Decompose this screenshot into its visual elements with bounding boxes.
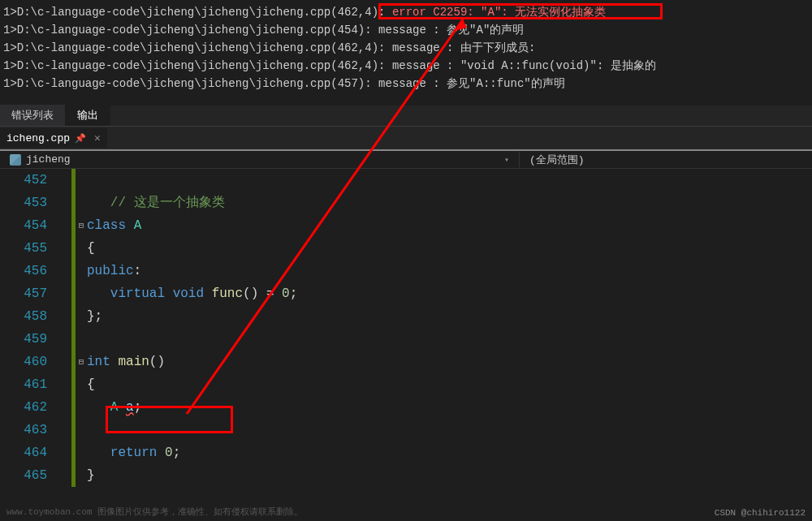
fold-toggle[interactable]: ⊟ bbox=[76, 351, 87, 373]
code-line[interactable]: A a; bbox=[87, 396, 812, 419]
line-number: 452 bbox=[0, 169, 47, 192]
line-number: 461 bbox=[0, 373, 47, 396]
code-line[interactable]: }; bbox=[87, 305, 812, 328]
watermark-left: www.toymoban.com 图像图片仅供参考，准确性、如有侵权请联系删除。 bbox=[6, 506, 303, 518]
breadcrumb-bar: jicheng ▾ (全局范围) bbox=[0, 149, 812, 169]
code-line[interactable] bbox=[87, 169, 812, 192]
breadcrumb-scope-label: (全局范围) bbox=[529, 153, 585, 167]
output-line: 1>D:\c-language-code\jicheng\jicheng\jic… bbox=[0, 39, 812, 57]
code-line[interactable]: return 0; bbox=[87, 441, 812, 464]
code-line[interactable]: { bbox=[87, 237, 812, 260]
fold-toggle bbox=[76, 464, 87, 487]
fold-toggle bbox=[76, 441, 87, 464]
line-number: 465 bbox=[0, 464, 47, 487]
code-line[interactable]: } bbox=[87, 464, 812, 487]
pin-icon[interactable]: 📌 bbox=[75, 133, 86, 144]
fold-toggle bbox=[76, 305, 87, 328]
line-number: 459 bbox=[0, 328, 47, 351]
marker-margin bbox=[57, 169, 71, 521]
build-output-panel: 1>D:\c-language-code\jicheng\jicheng\jic… bbox=[0, 0, 812, 105]
code-line[interactable]: class A bbox=[87, 214, 812, 237]
tab-output[interactable]: 输出 bbox=[66, 105, 110, 126]
close-icon[interactable]: ✕ bbox=[94, 131, 101, 144]
line-number-gutter: 4524534544554564574584594604614624634644… bbox=[0, 169, 57, 521]
line-number: 453 bbox=[0, 192, 47, 214]
line-number: 457 bbox=[0, 282, 47, 305]
fold-toggle bbox=[76, 260, 87, 282]
fold-toggle[interactable]: ⊟ bbox=[76, 214, 87, 237]
fold-toggle bbox=[76, 192, 87, 214]
fold-toggle bbox=[76, 373, 87, 396]
code-editor[interactable]: 4524534544554564574584594604614624634644… bbox=[0, 169, 812, 521]
code-line[interactable] bbox=[87, 328, 812, 351]
line-number: 462 bbox=[0, 396, 47, 419]
code-line[interactable]: public: bbox=[87, 260, 812, 282]
output-prefix: 1>D:\c-language-code\jicheng\jicheng\jic… bbox=[3, 6, 392, 19]
line-number: 458 bbox=[0, 305, 47, 328]
code-line[interactable]: virtual void func() = 0; bbox=[87, 282, 812, 305]
output-error: error C2259: "A": 无法实例化抽象类 bbox=[392, 6, 606, 19]
code-line[interactable]: { bbox=[87, 373, 812, 396]
chevron-down-icon: ▾ bbox=[504, 155, 509, 165]
line-number: 454 bbox=[0, 214, 47, 237]
output-line: 1>D:\c-language-code\jicheng\jicheng\jic… bbox=[0, 3, 812, 21]
breadcrumb-project-label: jicheng bbox=[26, 153, 71, 166]
tool-window-tabs: 错误列表 输出 bbox=[0, 105, 812, 127]
fold-toggle bbox=[76, 237, 87, 260]
output-line: 1>D:\c-language-code\jicheng\jicheng\jic… bbox=[0, 75, 812, 93]
code-content[interactable]: // 这是一个抽象类class A{public: virtual void f… bbox=[87, 169, 812, 521]
line-number: 463 bbox=[0, 419, 47, 441]
folding-margin: ⊟⊟ bbox=[76, 169, 87, 521]
fold-toggle bbox=[76, 419, 87, 441]
breadcrumb-scope[interactable]: (全局范围) bbox=[520, 151, 594, 169]
watermark-right: CSDN @chihiro1122 bbox=[715, 508, 806, 518]
fold-toggle bbox=[76, 396, 87, 419]
tab-error-list[interactable]: 错误列表 bbox=[0, 105, 66, 126]
output-line: 1>D:\c-language-code\jicheng\jicheng\jic… bbox=[0, 21, 812, 39]
line-number: 456 bbox=[0, 260, 47, 282]
file-tab[interactable]: icheng.cpp 📌 ✕ bbox=[0, 128, 107, 148]
line-number: 460 bbox=[0, 351, 47, 373]
fold-toggle bbox=[76, 328, 87, 351]
file-tabs-row: icheng.cpp 📌 ✕ bbox=[0, 127, 812, 149]
line-number: 464 bbox=[0, 441, 47, 464]
fold-toggle bbox=[76, 169, 87, 192]
breadcrumb-project[interactable]: jicheng ▾ bbox=[0, 152, 520, 167]
fold-toggle bbox=[76, 282, 87, 305]
code-line[interactable]: // 这是一个抽象类 bbox=[87, 192, 812, 214]
cpp-project-icon bbox=[10, 154, 21, 166]
code-line[interactable]: int main() bbox=[87, 351, 812, 373]
line-number: 455 bbox=[0, 237, 47, 260]
file-tab-label: icheng.cpp bbox=[6, 132, 70, 144]
code-line[interactable] bbox=[87, 419, 812, 441]
output-line: 1>D:\c-language-code\jicheng\jicheng\jic… bbox=[0, 57, 812, 75]
